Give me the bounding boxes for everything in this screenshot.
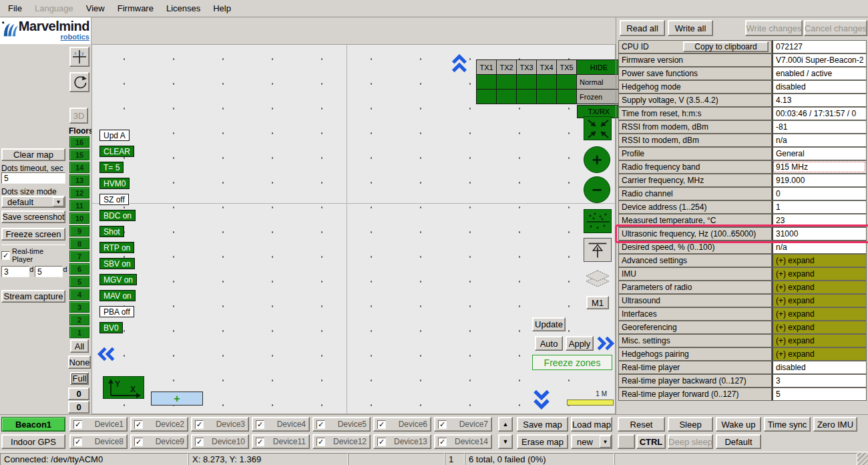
checkbox-checked-icon[interactable]: ✓ — [73, 438, 82, 446]
copy-to-clipboard-button[interactable]: Copy to clipboard — [683, 41, 769, 52]
floor-button-1[interactable]: 1 — [69, 327, 89, 338]
tx-header-tx4[interactable]: TX4 — [537, 60, 556, 74]
chevron-left-icon[interactable] — [97, 345, 116, 363]
device-toggle-device5[interactable]: ✓Device5 — [312, 417, 371, 432]
map-tool-rtp-on[interactable]: RTP on — [99, 242, 134, 253]
floors-none-button[interactable]: None — [68, 355, 91, 369]
3d-view-button[interactable]: 3D — [69, 108, 88, 124]
device-toggle-device3[interactable]: ✓Device3 — [191, 417, 249, 432]
expand-cell[interactable]: (+) expand — [772, 347, 867, 361]
checkbox-checked-icon[interactable]: ✓ — [316, 420, 325, 429]
axes-view-button[interactable]: x y — [69, 47, 89, 67]
tx-header-tx3[interactable]: TX3 — [517, 60, 536, 74]
checkbox-checked-icon[interactable]: ✓ — [73, 420, 82, 429]
expand-cell[interactable]: (+) expand — [772, 294, 867, 307]
floor-button-16[interactable]: 16 — [69, 136, 89, 148]
menu-file[interactable]: File — [7, 2, 23, 15]
tx-cell[interactable] — [537, 75, 556, 89]
param-value[interactable]: 23 — [772, 214, 867, 227]
map-tool-sz-off[interactable]: SZ off — [99, 194, 129, 205]
expand-cell[interactable]: (+) expand — [772, 254, 867, 267]
freeze-screen-button[interactable]: Freeze screen — [1, 228, 65, 241]
map-tool-hvm0[interactable]: HVM0 — [99, 178, 130, 189]
tx-cell[interactable] — [477, 90, 496, 104]
dots-timeout-input[interactable] — [1, 172, 65, 184]
param-value[interactable]: 4.13 — [772, 94, 867, 107]
map-tool-shot[interactable]: Shot — [99, 226, 124, 237]
erase-map-button[interactable]: Erase map — [517, 434, 568, 449]
floor-button-4[interactable]: 4 — [69, 289, 89, 300]
realtime-player-checkbox[interactable]: ✓ — [1, 251, 10, 260]
chevron-down-icon[interactable]: ▼ — [53, 197, 64, 206]
indoor-gps-tab[interactable]: Indoor GPS — [1, 434, 65, 449]
tx-header-tx1[interactable]: TX1 — [477, 60, 496, 74]
save-screenshot-button[interactable]: Save screenshot — [1, 210, 65, 223]
device-toggle-device11[interactable]: ✓Device11 — [252, 434, 310, 449]
param-value[interactable]: 3 — [772, 374, 867, 388]
freeze-zones-button[interactable]: Freeze zones — [532, 355, 612, 370]
device-page-up-button[interactable]: ▲ — [498, 417, 513, 432]
zero-imu-button[interactable]: Zero IMU — [813, 417, 857, 432]
map-tool-upd-a[interactable]: Upd A — [99, 130, 130, 141]
checkbox-checked-icon[interactable]: ✓ — [134, 420, 143, 429]
map-tool-clear[interactable]: CLEAR — [99, 146, 134, 157]
save-map-button[interactable]: Save map — [517, 417, 568, 432]
param-value[interactable]: 072127 — [772, 40, 867, 53]
zoom-out-button[interactable]: − — [584, 176, 610, 203]
floor-button-15[interactable]: 15 — [69, 149, 89, 160]
expand-cell[interactable]: (+) expand — [772, 267, 867, 281]
param-value[interactable]: 5 — [772, 388, 867, 401]
floor-button-3[interactable]: 3 — [69, 301, 89, 313]
map-tool-sbv-on[interactable]: SBV on — [99, 258, 135, 269]
menu-firmware[interactable]: Firmware — [116, 2, 155, 15]
expand-cell[interactable]: (+) expand — [772, 334, 867, 347]
tx-cell[interactable] — [517, 90, 536, 104]
backward-input[interactable] — [1, 266, 29, 277]
floor-button-12[interactable]: 12 — [69, 187, 89, 198]
device-toggle-device10[interactable]: ✓Device10 — [191, 434, 249, 449]
param-value[interactable]: -81 — [772, 120, 867, 134]
floor-button-8[interactable]: 8 — [69, 238, 89, 249]
tx-cell[interactable] — [537, 90, 556, 104]
tx-header-tx5[interactable]: TX5 — [557, 60, 576, 74]
map-tool-pba-off[interactable]: PBA off — [99, 306, 134, 317]
tx-cell[interactable] — [557, 90, 576, 104]
device-toggle-device12[interactable]: ✓Device12 — [312, 434, 371, 449]
floor-button-5[interactable]: 5 — [69, 276, 89, 287]
param-value[interactable]: n/a — [772, 241, 867, 254]
deep-sleep-button[interactable]: Deep sleep — [668, 434, 713, 449]
apply-button[interactable]: Apply — [566, 336, 594, 351]
checkbox-checked-icon[interactable]: ✓ — [195, 420, 204, 429]
map-tool-t-5[interactable]: T= 5 — [99, 162, 124, 173]
param-value[interactable]: 00:03:46 / 17:31:57 / 0 — [772, 107, 867, 120]
cancel-changes-button[interactable]: Cancel changes — [804, 20, 867, 36]
tx-cell[interactable] — [497, 90, 516, 104]
add-submap-button[interactable]: + — [151, 392, 203, 406]
floors-full-button[interactable]: Full — [70, 372, 89, 385]
param-value[interactable]: 1 — [772, 200, 867, 214]
tx-cell[interactable] — [477, 75, 496, 89]
checkbox-checked-icon[interactable]: ✓ — [438, 420, 447, 429]
device-toggle-device14[interactable]: ✓Device14 — [434, 434, 492, 449]
menu-licenses[interactable]: Licenses — [165, 2, 202, 15]
device-toggle-device1[interactable]: ✓Device1 — [69, 417, 128, 432]
menu-view[interactable]: View — [85, 2, 106, 15]
menu-help[interactable]: Help — [212, 2, 232, 15]
checkbox-checked-icon[interactable]: ✓ — [377, 438, 386, 446]
floor-button-11[interactable]: 11 — [69, 200, 89, 211]
param-value[interactable]: 0 — [772, 187, 867, 200]
sleep-button[interactable]: Sleep — [668, 417, 713, 432]
dots-size-select[interactable]: default ▼ — [1, 196, 65, 208]
write-all-button[interactable]: Write all — [668, 20, 713, 36]
checkbox-checked-icon[interactable]: ✓ — [438, 438, 447, 446]
checkbox-checked-icon[interactable]: ✓ — [377, 420, 386, 429]
dots-map-button[interactable] — [584, 209, 612, 233]
tx-cell[interactable] — [557, 75, 576, 89]
device-toggle-device7[interactable]: ✓Device7 — [434, 417, 492, 432]
checkbox-checked-icon[interactable]: ✓ — [256, 438, 264, 446]
load-map-button[interactable]: Load map — [571, 417, 612, 432]
floors-all-button[interactable]: All — [70, 339, 89, 353]
m1-button[interactable]: M1 — [586, 296, 609, 309]
fit-to-screen-button[interactable] — [584, 116, 612, 140]
forward-input[interactable] — [35, 266, 63, 277]
